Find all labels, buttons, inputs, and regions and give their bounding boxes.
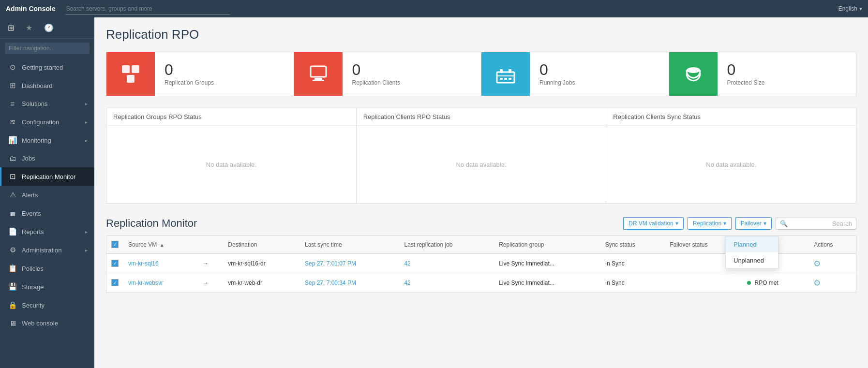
- sidebar-item-monitoring[interactable]: 📊 Monitoring ▸: [0, 131, 94, 149]
- dashboard-icon: ⊞: [8, 81, 17, 90]
- row1-source-vm-link[interactable]: vm-kr-sql16: [128, 260, 159, 267]
- sidebar-item-jobs[interactable]: 🗂 Jobs: [0, 149, 94, 167]
- top-bar: Admin Console English ▾: [0, 0, 868, 17]
- row1-last-job-link[interactable]: 42: [404, 260, 410, 267]
- monitor-search-box[interactable]: 🔍 Search: [776, 218, 856, 230]
- row1-destination: vm-kr-sql16-dr: [223, 253, 300, 273]
- svg-rect-7: [500, 69, 503, 73]
- rpo-panel-groups-header: Replication Groups RPO Status: [106, 108, 356, 126]
- row2-last-job-link[interactable]: 42: [404, 280, 410, 286]
- policies-icon: 📋: [8, 264, 17, 273]
- rpo-panel-clients-sync-no-data: No data available.: [706, 161, 756, 168]
- language-selector[interactable]: English ▾: [838, 5, 862, 12]
- failover-filter[interactable]: Failover ▾: [735, 217, 772, 230]
- reports-expand-icon: ▸: [85, 229, 88, 235]
- replication-filter[interactable]: Replication ▾: [688, 217, 732, 230]
- sidebar-item-reports[interactable]: 📄 Reports ▸: [0, 222, 94, 241]
- dropdown-item-unplanned[interactable]: Unplanned: [726, 252, 778, 268]
- row2-rpo-status-label: RPO met: [754, 280, 778, 286]
- sidebar-filter-input[interactable]: [5, 43, 90, 54]
- sidebar-item-administration[interactable]: ⚙ Administration ▸: [0, 241, 94, 259]
- monitoring-icon: 📊: [8, 136, 17, 145]
- protected-size-number: 0: [727, 62, 765, 77]
- sidebar-item-alerts[interactable]: ⚠ Alerts: [0, 186, 94, 204]
- row2-rep-group: Live Sync Immediat...: [494, 273, 600, 293]
- monitor-section-header: Replication Monitor DR VM validation ▾ R…: [106, 217, 856, 230]
- row2-checkbox[interactable]: [111, 279, 119, 286]
- sidebar-label-web-console: Web console: [22, 320, 88, 327]
- table-header-sync-status[interactable]: Sync status: [600, 236, 665, 253]
- sidebar-label-jobs: Jobs: [22, 155, 88, 162]
- global-search-input[interactable]: [65, 3, 230, 15]
- row2-destination: vm-kr-web-dr: [223, 273, 300, 293]
- table-header-source-vm[interactable]: Source VM ▲: [123, 236, 198, 253]
- table-select-all-checkbox[interactable]: [111, 241, 119, 248]
- stat-card-protected-size: 0 Protected Size: [669, 52, 856, 96]
- replication-groups-label: Replication Groups: [165, 79, 214, 86]
- svg-rect-8: [509, 69, 511, 73]
- sidebar-label-events: Events: [22, 210, 88, 217]
- table-header-rep-group[interactable]: Replication group: [494, 236, 600, 253]
- row2-actions-button[interactable]: ⊙: [814, 278, 820, 287]
- failover-label: Failover: [741, 220, 762, 227]
- row1-actions-button[interactable]: ⊙: [814, 259, 820, 268]
- page-title: Replication RPO: [106, 27, 856, 42]
- main-layout: ⊞ ★ 🕐 ⊙ Getting started ⊞ Dashboard ≡ So…: [0, 17, 868, 368]
- table-header-arrow: [198, 236, 223, 253]
- table-header-last-sync[interactable]: Last sync time: [300, 236, 399, 253]
- monitor-search-input[interactable]: [791, 220, 829, 227]
- sidebar-item-solutions[interactable]: ≡ Solutions ▸: [0, 95, 94, 113]
- svg-rect-1: [132, 65, 139, 73]
- sidebar-item-web-console[interactable]: 🖥 Web console: [0, 314, 94, 332]
- sidebar-item-dashboard[interactable]: ⊞ Dashboard: [0, 76, 94, 95]
- table-header-last-job[interactable]: Last replication job: [399, 236, 494, 253]
- sidebar-item-getting-started[interactable]: ⊙ Getting started: [0, 58, 94, 76]
- rpo-panel-clients-rpo-body: No data available.: [357, 126, 606, 203]
- sidebar-item-events[interactable]: ≣ Events: [0, 204, 94, 222]
- sidebar-item-configuration[interactable]: ≋ Configuration ▸: [0, 113, 94, 131]
- source-vm-sort-icon: ▲: [160, 242, 165, 248]
- replication-groups-body: 0 Replication Groups: [155, 54, 224, 94]
- dropdown-item-planned[interactable]: Planned: [726, 236, 778, 252]
- replication-clients-number: 0: [352, 62, 400, 77]
- monitoring-expand-icon: ▸: [85, 138, 88, 143]
- row1-checkbox[interactable]: [111, 260, 119, 267]
- sidebar-star-icon[interactable]: ★: [24, 21, 34, 34]
- table-header-actions: Actions: [809, 236, 856, 253]
- events-icon: ≣: [8, 209, 17, 218]
- row2-last-sync-link[interactable]: Sep 27, 7:00:34 PM: [305, 280, 356, 286]
- rpo-panel-groups-body: No data available.: [106, 126, 356, 203]
- source-vm-col-label: Source VM: [128, 241, 157, 248]
- row2-source-vm: vm-kr-websvr: [123, 273, 198, 293]
- sidebar-item-storage[interactable]: 💾 Storage: [0, 278, 94, 296]
- sidebar-grid-icon[interactable]: ⊞: [6, 21, 16, 34]
- row1-last-sync-link[interactable]: Sep 27, 7:01:07 PM: [305, 260, 356, 267]
- monitor-section-title: Replication Monitor: [106, 217, 623, 230]
- row2-rpo-status-dot: [747, 281, 751, 285]
- sidebar-item-security[interactable]: 🔒 Security: [0, 296, 94, 314]
- alerts-icon: ⚠: [8, 191, 17, 199]
- dr-vm-validation-filter[interactable]: DR VM validation ▾: [623, 217, 684, 230]
- solutions-expand-icon: ▸: [85, 101, 88, 106]
- rpo-panel-clients-rpo: Replication Clients RPO Status No data a…: [356, 108, 607, 204]
- stat-card-replication-clients: 0 Replication Clients: [294, 52, 482, 96]
- sidebar-label-replication-monitor: Replication Monitor: [22, 173, 88, 180]
- global-search[interactable]: [65, 3, 230, 15]
- rpo-panel-clients-rpo-header: Replication Clients RPO Status: [357, 108, 606, 126]
- sidebar-label-dashboard: Dashboard: [22, 82, 88, 89]
- row2-failover-status: [665, 273, 742, 293]
- section-controls: DR VM validation ▾ Replication ▾ Failove…: [623, 217, 856, 230]
- failover-dropdown: Planned Unplanned: [725, 236, 778, 269]
- sidebar-item-policies[interactable]: 📋 Policies: [0, 259, 94, 278]
- replication-groups-icon: [106, 52, 155, 96]
- sidebar-item-replication-monitor[interactable]: ⊡ Replication Monitor: [0, 167, 94, 186]
- table-header-destination[interactable]: Destination: [223, 236, 300, 253]
- row1-actions: ⊙: [809, 253, 856, 273]
- running-jobs-number: 0: [539, 62, 575, 77]
- svg-rect-11: [504, 78, 507, 80]
- main-content: Replication RPO 0 Replication Groups: [94, 17, 868, 368]
- sidebar: ⊞ ★ 🕐 ⊙ Getting started ⊞ Dashboard ≡ So…: [0, 17, 94, 368]
- sidebar-filter[interactable]: [0, 39, 94, 58]
- row2-source-vm-link[interactable]: vm-kr-websvr: [128, 280, 163, 286]
- sidebar-history-icon[interactable]: 🕐: [42, 21, 56, 34]
